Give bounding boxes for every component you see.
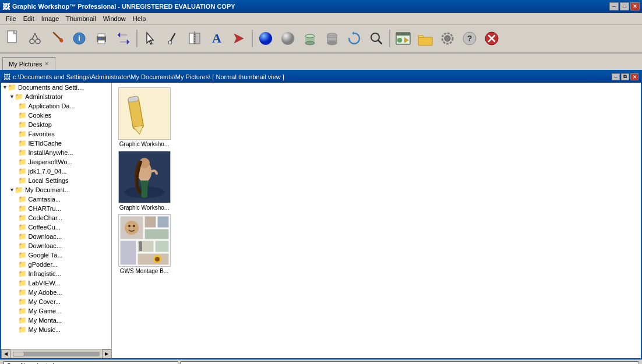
tree-label-jdk: jdk1.7.0_04...	[29, 168, 67, 175]
tree-item-jaspersoft[interactable]: 📁 JaspersoftWo...	[1, 157, 111, 167]
tree-item-appdata[interactable]: 📁 Application Da...	[1, 101, 111, 111]
sep1	[136, 30, 137, 47]
folder-button[interactable]	[415, 28, 436, 49]
settings-button[interactable]	[437, 28, 458, 49]
print-button[interactable]	[91, 28, 112, 49]
inner-minimize-button[interactable]: ─	[612, 73, 620, 80]
menu-edit[interactable]: Edit	[20, 15, 38, 23]
inner-close-button[interactable]: ✕	[630, 73, 639, 80]
tree-item-download2[interactable]: 📁 Downloac...	[1, 241, 111, 250]
tree-label-docs-settings: Documents and Setti...	[18, 84, 83, 91]
svg-marker-31	[352, 31, 354, 35]
tree-scroll[interactable]: ▼ 📁 Documents and Setti... ▼ 📁 Administr…	[1, 83, 111, 349]
tab-close-button[interactable]: ✕	[44, 61, 49, 67]
toolbar-close-button[interactable]	[481, 28, 502, 49]
pointer-button[interactable]	[140, 28, 161, 49]
menu-window[interactable]: Window	[100, 15, 129, 23]
scroll-thumb[interactable]	[13, 352, 24, 356]
tree-item-myadobe[interactable]: 📁 My Adobe...	[1, 288, 111, 297]
rotate-button[interactable]	[344, 28, 365, 49]
tree-item-mycover[interactable]: 📁 My Cover...	[1, 297, 111, 306]
tree-item-mydocuments[interactable]: ▼ 📁 My Document...	[1, 185, 111, 195]
flip-button[interactable]	[184, 28, 205, 49]
svg-rect-12	[98, 40, 105, 44]
scroll-left-button[interactable]: ◀	[1, 349, 10, 359]
tree-item-download1[interactable]: 📁 Downloac...	[1, 232, 111, 241]
svg-rect-11	[98, 34, 105, 37]
new-button[interactable]	[2, 28, 23, 49]
barrel-button[interactable]	[322, 28, 343, 49]
svg-rect-18	[195, 33, 200, 44]
effects-button[interactable]	[228, 28, 249, 49]
close-button[interactable]: ✕	[630, 2, 640, 10]
inner-maximize-button[interactable]: ⧉	[621, 73, 629, 80]
tree-item-docs-settings[interactable]: ▼ 📁 Documents and Setti...	[1, 83, 111, 92]
tree-item-infragistic[interactable]: 📁 Infragistic...	[1, 269, 111, 278]
tree-item-jdk[interactable]: 📁 jdk1.7.0_04...	[1, 167, 111, 176]
folder-icon-infragistic: 📁	[18, 270, 27, 278]
expand-docs-settings[interactable]: ▼	[2, 84, 8, 90]
tree-item-administrator[interactable]: ▼ 📁 Administrator	[1, 92, 111, 101]
app-icon: 🖼	[2, 2, 10, 11]
tree-label-mycover: My Cover...	[29, 298, 61, 305]
preview-button[interactable]	[393, 28, 414, 49]
tree-item-camtasia[interactable]: 📁 Camtasia...	[1, 195, 111, 204]
tree-item-ietchcache[interactable]: 📁 IETldCache	[1, 139, 111, 148]
thumbnail-2[interactable]: Graphic Worksho...	[117, 151, 172, 211]
tree-item-gpodder[interactable]: 📁 gPodder...	[1, 260, 111, 269]
toolbar: i	[0, 24, 642, 54]
zoom-button[interactable]	[366, 28, 387, 49]
tree-item-cookies[interactable]: 📁 Cookies	[1, 111, 111, 120]
scroll-track[interactable]	[13, 352, 100, 356]
svg-marker-20	[234, 34, 244, 43]
tree-item-favorites[interactable]: 📁 Favorites	[1, 129, 111, 139]
menu-help[interactable]: Help	[129, 15, 150, 23]
svg-point-39	[445, 36, 450, 41]
tab-label: My Pictures	[9, 61, 42, 68]
paint-button[interactable]	[47, 28, 68, 49]
cut-button[interactable]	[24, 28, 45, 49]
tree-item-localsettings[interactable]: 📁 Local Settings	[1, 176, 111, 185]
help-button[interactable]: ?	[459, 28, 480, 49]
minimize-button[interactable]: ─	[609, 2, 619, 10]
my-pictures-tab[interactable]: My Pictures ✕	[2, 57, 55, 70]
blue-ball-button[interactable]	[255, 28, 276, 49]
menu-thumbnail[interactable]: Thumbnail	[62, 15, 99, 23]
scroll-right-button[interactable]: ▶	[102, 349, 111, 359]
grey-ball-button[interactable]	[277, 28, 298, 49]
tree-item-desktop[interactable]: 📁 Desktop	[1, 120, 111, 129]
thumbnail-3[interactable]: GWS Montage B...	[117, 214, 172, 274]
tree-label-installany: InstallAnywhe...	[29, 149, 73, 156]
tree-item-codechar[interactable]: 📁 CodeChar...	[1, 213, 111, 222]
thumbnail-panel[interactable]: Graphic Worksho...	[112, 83, 641, 358]
expand-mydocuments[interactable]: ▼	[9, 187, 15, 193]
tree-item-mygames[interactable]: 📁 My Game...	[1, 306, 111, 316]
tree-label-cookies: Cookies	[29, 112, 52, 119]
expand-administrator[interactable]: ▼	[9, 94, 15, 100]
content-area: ▼ 📁 Documents and Setti... ▼ 📁 Administr…	[1, 83, 641, 358]
tree-label-ietchcache: IETldCache	[29, 140, 62, 147]
svg-point-65	[133, 225, 135, 227]
convert-button[interactable]	[113, 28, 134, 49]
tree-horizontal-scrollbar[interactable]: ◀ ▶	[1, 349, 111, 358]
svg-line-6	[54, 33, 61, 40]
tree-item-installany[interactable]: 📁 InstallAnywhe...	[1, 148, 111, 157]
tree-item-googletk[interactable]: 📁 Google Ta...	[1, 250, 111, 260]
text-button[interactable]: A	[206, 28, 227, 49]
maximize-button[interactable]: □	[620, 2, 629, 10]
cylinder-button[interactable]	[299, 28, 320, 49]
menu-image[interactable]: Image	[38, 15, 63, 23]
tree-item-mymontage[interactable]: 📁 My Monta...	[1, 316, 111, 325]
tree-label-appdata: Application Da...	[29, 103, 75, 109]
menu-file[interactable]: File	[2, 15, 20, 23]
info-button[interactable]: i	[69, 28, 90, 49]
eyedropper-button[interactable]	[162, 28, 183, 49]
svg-rect-46	[119, 88, 170, 139]
tree-item-coffeecu[interactable]: 📁 CoffeeCu...	[1, 222, 111, 232]
tree-item-charttru[interactable]: 📁 CHARTru...	[1, 204, 111, 213]
svg-point-67	[155, 257, 160, 261]
tree-label-download2: Downloac...	[29, 242, 62, 249]
tree-item-labview[interactable]: 📁 LabVIEW...	[1, 278, 111, 288]
thumbnail-1[interactable]: Graphic Worksho...	[117, 87, 172, 147]
tree-item-mymusic[interactable]: 📁 My Music...	[1, 325, 111, 334]
